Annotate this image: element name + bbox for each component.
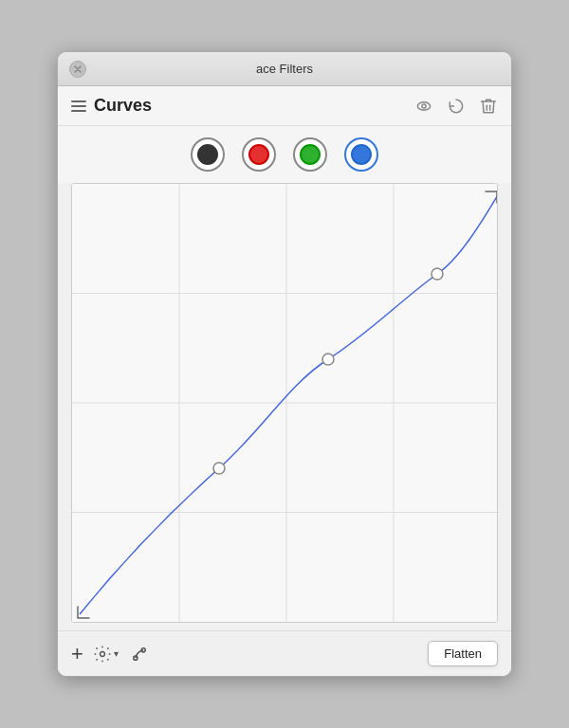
channel-black-button[interactable] xyxy=(191,137,225,172)
svg-point-1 xyxy=(422,103,426,107)
titlebar: ace Filters xyxy=(58,52,511,86)
toolbar-right xyxy=(414,97,498,116)
panel-title: Curves xyxy=(94,96,152,116)
bottom-bar: + ▾ Flatten xyxy=(58,630,511,676)
toolbar: Curves xyxy=(58,86,511,126)
svg-point-13 xyxy=(431,268,443,280)
delete-button[interactable] xyxy=(479,97,498,116)
flatten-button[interactable]: Flatten xyxy=(428,641,498,666)
channel-blue-button[interactable] xyxy=(344,137,378,172)
bottom-left-tools: + ▾ xyxy=(71,644,416,664)
curve-mode-button[interactable] xyxy=(128,645,151,664)
svg-point-14 xyxy=(100,651,104,656)
menu-icon[interactable] xyxy=(71,100,86,112)
svg-point-12 xyxy=(322,354,334,365)
reset-button[interactable] xyxy=(447,97,466,116)
svg-point-0 xyxy=(417,101,430,109)
close-button[interactable] xyxy=(69,61,86,78)
main-window: ace Filters Curves xyxy=(57,51,512,677)
window-title: ace Filters xyxy=(256,62,313,76)
channel-green-button[interactable] xyxy=(293,137,327,172)
chevron-down-icon: ▾ xyxy=(114,648,119,659)
channel-red-button[interactable] xyxy=(242,137,276,172)
curve-canvas[interactable] xyxy=(71,183,498,623)
channel-selector xyxy=(58,126,511,183)
settings-button[interactable]: ▾ xyxy=(93,645,119,664)
visibility-button[interactable] xyxy=(414,97,433,116)
toolbar-left: Curves xyxy=(71,96,414,116)
add-button[interactable]: + xyxy=(71,644,83,664)
svg-point-11 xyxy=(213,463,225,474)
